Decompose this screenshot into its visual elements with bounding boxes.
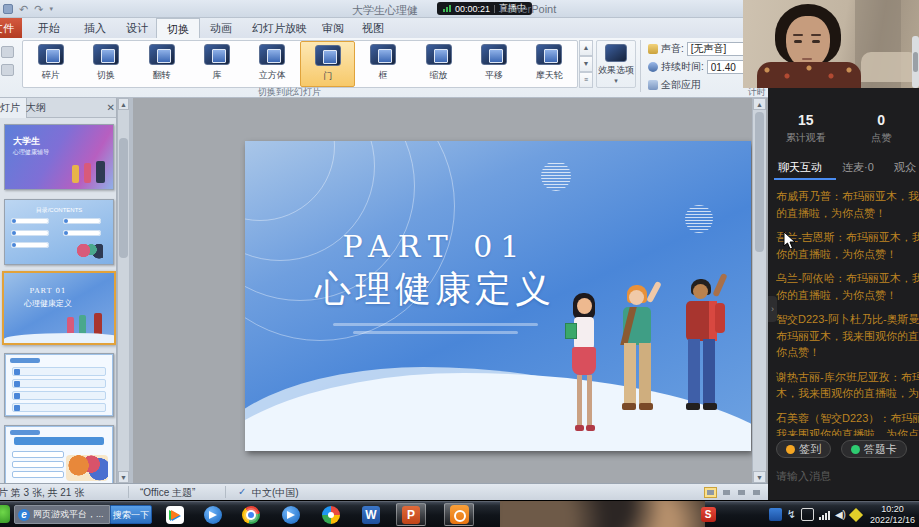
save-icon[interactable] [3,4,13,14]
panel-scroll-down-icon[interactable]: ▼ [118,471,129,483]
taskbar-search-widget[interactable]: e 网页游戏平台，... [14,505,110,524]
chat-message-input[interactable] [776,470,911,482]
slide-thumbnail-1[interactable]: 大学生 心理健康辅导 [4,124,114,190]
tab-outline[interactable]: 大纲 [20,98,52,118]
thumb5-row [12,461,64,468]
tray-sogou[interactable]: S [698,503,718,526]
sound-select[interactable]: [无声音] [687,42,749,56]
taskbar-partial-app-icon[interactable] [0,505,10,523]
gallery-scroll-down[interactable]: ▼ [579,56,593,72]
taskbar-360-browser[interactable] [316,503,346,526]
woman-leg [587,375,592,427]
slide-thumbnail-5[interactable] [4,425,114,483]
system-tray: ↯ ◀) 10:20 2022/12/16 [769,501,915,527]
panel-scrollbar[interactable]: ▲ ▼ [117,98,129,483]
transition-pan[interactable]: 平移 [466,41,521,87]
preview-icon-2[interactable] [1,64,14,76]
effect-options-button[interactable]: 效果选项 ▾ [596,40,636,88]
deco-striped-circle [541,161,571,191]
duration-input[interactable] [707,60,745,74]
clipboard-icon[interactable] [801,508,814,521]
tab-audience[interactable]: 观众 [884,160,919,175]
thumb2-title: 目录/CONTENTS [5,206,113,215]
tab-mic-connect[interactable]: 连麦·0 [832,160,884,175]
transition-zoom[interactable]: 缩放 [411,41,466,87]
editor-scroll-up-icon[interactable]: ▲ [753,98,766,110]
tab-file[interactable]: 文件 [0,18,22,38]
taskbar-search-button[interactable]: 搜索一下 [110,505,152,524]
undo-icon[interactable]: ↶ [19,3,28,16]
network-signal-icon[interactable] [819,510,830,520]
editor-scroll-down-icon[interactable]: ▼ [753,471,766,483]
slide-thumbnail-4[interactable] [4,353,114,417]
volume-icon[interactable]: ◀) [835,509,846,520]
tab-view[interactable]: 视图 [352,18,394,38]
slide-thumbnail-3-selected[interactable]: PART 01 心理健康定义 [2,271,116,345]
tab-insert[interactable]: 插入 [74,18,116,38]
transition-box[interactable]: 框 [355,41,410,87]
views-label: 累计观看 [768,131,844,145]
transition-split[interactable]: 碎片 [23,41,78,87]
transition-doors-selected[interactable]: 门 [300,41,355,87]
qat-dropdown-icon[interactable]: ▾ [49,5,53,13]
taskbar-browser-blue-1[interactable] [198,503,228,526]
spellcheck-icon[interactable]: ✓ [238,486,246,497]
chat-collapse-handle[interactable]: › [768,296,777,322]
view-slideshow-button[interactable] [750,487,763,498]
redo-icon[interactable]: ↷ [34,3,43,16]
transition-ferris[interactable]: 摩天轮 [522,41,577,87]
thumb1-figure [84,163,91,183]
bluetooth-icon[interactable]: ↯ [787,508,796,521]
current-slide[interactable]: PART 01 心理健康定义 [245,141,751,451]
tab-slideshow[interactable]: 幻灯片放映 [242,18,317,38]
gallery-scroll-up[interactable]: ▲ [579,40,593,56]
thumb5-row [12,451,64,458]
slides-panel: 幻灯片 大纲 ✕ 大学生 心理健康辅导 目录/CONTENTS [0,98,117,483]
editor-scroll-thumb[interactable] [755,112,764,252]
gallery-more-icon[interactable]: ≡ [579,72,593,88]
webcam-side-scrollbar[interactable] [912,36,919,88]
transition-cube[interactable]: 立方体 [245,41,300,87]
thumb1-subtitle: 心理健康辅导 [13,148,49,157]
answer-card-button[interactable]: 答题卡 [841,440,907,458]
checkin-button[interactable]: 签到 [776,440,831,458]
taskbar-streaming-app[interactable] [444,503,474,526]
webcam-side-scroll-thumb[interactable] [913,52,918,72]
panel-close-icon[interactable]: ✕ [107,102,115,113]
ime-icon[interactable] [769,508,782,521]
tab-animations[interactable]: 动画 [200,18,242,38]
taskbar-chrome[interactable] [236,503,266,526]
transition-doors-icon [315,45,341,66]
tab-design[interactable]: 设计 [116,18,158,38]
transition-flip[interactable]: 翻转 [134,41,189,87]
tab-review[interactable]: 审阅 [312,18,354,38]
panel-scroll-thumb[interactable] [119,138,128,258]
tab-chat-interaction[interactable]: 聊天互动 [768,160,832,175]
webcam-person-brow [811,34,821,36]
chat-message-list[interactable]: 布威再乃普：布玛丽亚木，我来围观你的直播啦，为你点赞！ 吾兰-吉恩斯：布玛丽亚木… [776,188,919,436]
security-tray-icon[interactable] [849,507,863,521]
taskbar-clock[interactable]: 10:20 2022/12/16 [870,504,915,526]
slide-thumbnail-2[interactable]: 目录/CONTENTS [4,199,114,265]
view-normal-button[interactable] [704,487,717,498]
transition-switch[interactable]: 切换 [78,41,133,87]
thumb1-bg: 大学生 心理健康辅导 [5,125,113,189]
sogou-icon: S [701,507,716,522]
tab-home[interactable]: 开始 [28,18,70,38]
chat-tab-underline [774,178,836,180]
tab-transitions[interactable]: 切换 [156,18,200,38]
taskbar-tencent-video[interactable] [160,503,190,526]
editor-scrollbar[interactable]: ▲ ▼ [752,98,766,483]
taskbar-word[interactable]: W [356,503,386,526]
deco-striped-circle [685,205,713,233]
view-reading-button[interactable] [735,487,748,498]
view-sorter-button[interactable] [720,487,733,498]
apply-all-button[interactable]: 全部应用 [648,78,701,92]
taskbar-powerpoint[interactable]: P [396,503,426,526]
language-indicator[interactable]: 中文(中国) [252,486,299,500]
live-divider [494,5,495,13]
transition-gallery-fx[interactable]: 库 [189,41,244,87]
panel-scroll-up-icon[interactable]: ▲ [118,98,129,110]
taskbar-browser-blue-2[interactable] [276,503,306,526]
preview-icon[interactable] [1,46,14,58]
